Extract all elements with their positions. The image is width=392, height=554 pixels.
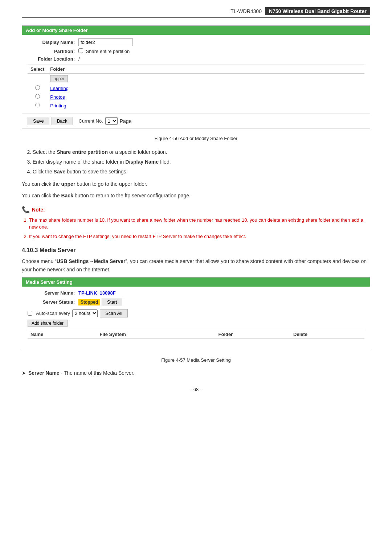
- folder-radio-photos[interactable]: [35, 94, 40, 99]
- intro-prefix: Choose menu “: [22, 258, 57, 264]
- display-name-label: Display Name:: [28, 40, 78, 45]
- folder-link-printing[interactable]: Printing: [50, 103, 66, 108]
- page-header: TL-WDR4300 N750 Wireless Dual Band Gigab…: [22, 7, 370, 18]
- step4-bold: Save: [54, 169, 66, 175]
- upper-para-prefix: You can click the: [22, 181, 61, 187]
- col-select: Select: [28, 65, 47, 74]
- upper-para-suffix: button to go to the upper folder.: [75, 181, 147, 187]
- instruction-step2: Select the Share entire partition or a s…: [33, 148, 370, 156]
- server-name-row: Server Name: TP-LINK_13098F: [28, 290, 364, 296]
- step2-bold: Share entire partition: [57, 149, 108, 155]
- partition-value: Share entire partition: [78, 48, 130, 54]
- step4-rest: button to save the settings.: [65, 169, 127, 175]
- server-status-row: Server Status: Stopped Start: [28, 298, 364, 306]
- autoscan-row: Auto-scan every 2 hours 4 hours 8 hours …: [28, 309, 364, 317]
- add-share-folder-row: Add share folder: [28, 320, 364, 330]
- current-no-label: Current No.: [79, 118, 103, 124]
- save-button[interactable]: Save: [28, 117, 49, 125]
- share-entire-partition-checkbox[interactable]: [78, 48, 83, 53]
- autoscan-checkbox[interactable]: [28, 311, 32, 316]
- server-name-label: Server Name:: [28, 290, 78, 296]
- intro-bold: USB Settings→Media Server: [57, 258, 126, 264]
- folder-location-value: /: [78, 56, 80, 62]
- instruction-step3: Enter display name of the share folder i…: [33, 158, 370, 166]
- back-para-bold: Back: [61, 193, 73, 198]
- page-select[interactable]: 1: [105, 117, 118, 125]
- upper-para: You can click the upper button to go to …: [22, 180, 370, 188]
- media-server-panel-header: Media Server Setting: [22, 278, 370, 287]
- page-number: - 68 -: [22, 387, 370, 392]
- media-col-delete: Delete: [290, 330, 364, 339]
- back-para: You can click the Back button to return …: [22, 192, 370, 200]
- media-server-heading: 4.10.3 Media Server: [22, 247, 370, 254]
- partition-checkbox-label: Share entire partition: [86, 49, 130, 54]
- media-empty-row: [28, 339, 364, 346]
- back-para-suffix: button to return to the ftp server confi…: [73, 193, 191, 198]
- media-col-filesystem: File System: [97, 330, 216, 339]
- server-name-desc-text: - The name of this Media Server.: [60, 370, 135, 376]
- back-para-prefix: You can click the: [22, 193, 61, 198]
- note-title: 📞 Note:: [22, 206, 370, 214]
- share-folder-panel-header: Add or Modify Share Folder: [22, 26, 370, 35]
- folder-radio-learning[interactable]: [35, 85, 40, 90]
- folder-row-learning: Learning: [28, 84, 364, 93]
- folder-location-row: Folder Location: /: [28, 56, 364, 62]
- partition-label: Partition:: [28, 49, 78, 54]
- server-name-value: TP-LINK_13098F: [78, 290, 116, 296]
- folder-row-photos: Photos: [28, 93, 364, 101]
- upper-button[interactable]: upper: [50, 75, 68, 82]
- folder-table: Select Folder upper Learning Photos: [28, 65, 364, 110]
- media-server-panel: Media Server Setting Server Name: TP-LIN…: [22, 277, 370, 350]
- figure56-caption: Figure 4-56 Add or Modify Share Folder: [22, 136, 370, 141]
- media-table: Name File System Folder Delete: [28, 330, 364, 346]
- server-status-label: Server Status:: [28, 299, 78, 305]
- folder-radio-printing[interactable]: [35, 103, 40, 107]
- autoscan-hours-select[interactable]: 2 hours 4 hours 8 hours: [72, 309, 98, 317]
- partition-row: Partition: Share entire partition: [28, 48, 364, 54]
- media-col-folder: Folder: [216, 330, 291, 339]
- note-item-2: If you want to change the FTP settings, …: [29, 233, 370, 240]
- page-label: Page: [120, 118, 132, 124]
- upper-row: upper: [28, 74, 364, 84]
- folder-row-printing: Printing: [28, 101, 364, 110]
- note-list: The max share folders number is 10. If y…: [29, 217, 370, 240]
- share-folder-panel: Add or Modify Share Folder Display Name:…: [22, 25, 370, 128]
- server-name-desc-bold: Server Name: [28, 370, 60, 376]
- note-item-1: The max share folders number is 10. If y…: [29, 217, 370, 231]
- step3-rest: filed.: [159, 159, 171, 165]
- display-name-row: Display Name:: [28, 38, 364, 46]
- instruction-step4: Click the Save button to save the settin…: [33, 168, 370, 176]
- media-col-name: Name: [28, 330, 97, 339]
- upper-para-bold: upper: [61, 181, 75, 187]
- folder-link-photos[interactable]: Photos: [50, 94, 65, 100]
- note-icon: 📞: [22, 206, 30, 214]
- scan-all-button[interactable]: Scan All: [100, 309, 128, 317]
- folder-link-learning[interactable]: Learning: [50, 86, 69, 91]
- display-name-input[interactable]: [78, 38, 133, 46]
- col-folder: Folder: [47, 65, 364, 74]
- server-status-stopped: Stopped: [78, 299, 100, 305]
- folder-location-label: Folder Location:: [28, 56, 78, 62]
- share-folder-panel-footer: Save Back Current No. 1 Page: [22, 114, 370, 128]
- media-server-intro: Choose menu “USB Settings→Media Server”,…: [22, 257, 370, 274]
- figure57-caption: Figure 4-57 Media Server Setting: [22, 357, 370, 363]
- server-name-desc: ➤ Server Name - The name of this Media S…: [22, 370, 370, 376]
- media-server-panel-body: Server Name: TP-LINK_13098F Server Statu…: [22, 287, 370, 350]
- arrow-icon: ➤: [22, 370, 26, 376]
- add-share-folder-button[interactable]: Add share folder: [28, 320, 68, 327]
- step2-rest: or a specific folder option.: [108, 149, 167, 155]
- router-title: N750 Wireless Dual Band Gigabit Router: [265, 7, 370, 15]
- share-folder-panel-body: Display Name: Partition: Share entire pa…: [22, 35, 370, 114]
- note-section: 📞 Note: The max share folders number is …: [22, 206, 370, 240]
- start-button[interactable]: Start: [102, 298, 122, 306]
- autoscan-label: Auto-scan every: [36, 311, 70, 316]
- step3-bold: Display Name: [125, 159, 159, 165]
- instruction-list: Select the Share entire partition or a s…: [33, 148, 370, 176]
- model-number: TL-WDR4300: [230, 8, 262, 14]
- back-button[interactable]: Back: [52, 117, 73, 125]
